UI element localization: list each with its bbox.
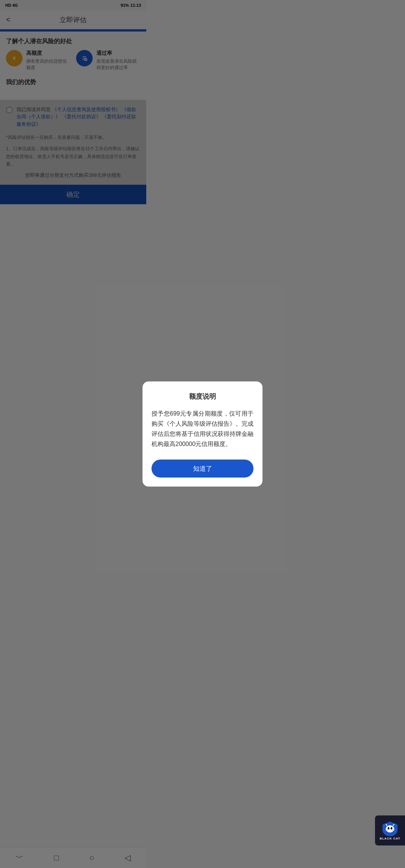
dialog-overlay: 额度说明 授予您699元专属分期额度，仅可用于购买《个人风险等级评估报告》。完成… [0,0,146,314]
